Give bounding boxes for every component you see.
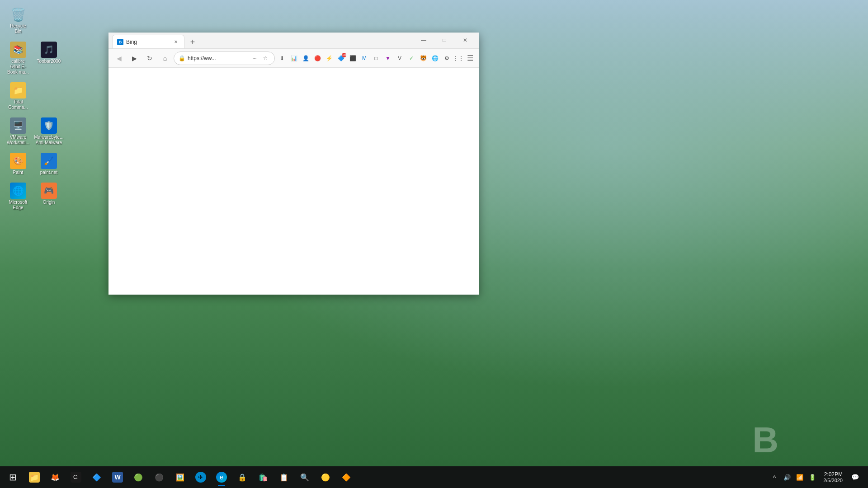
taskbar-app-search[interactable]: 🔍 bbox=[295, 467, 315, 487]
refresh-button[interactable]: ↻ bbox=[143, 52, 156, 65]
address-bar[interactable]: 🔒 https://ww... ··· ☆ bbox=[174, 52, 275, 65]
search-icon: 🔍 bbox=[299, 472, 310, 483]
ext14-icon[interactable]: ⋮⋮ bbox=[453, 53, 464, 64]
desktop-icon-row-2: 📚 calibre 64bit E-Book ma... 🎵 Toobar200… bbox=[5, 40, 62, 77]
ext13-icon[interactable]: ⚙ bbox=[441, 53, 452, 64]
ext7-icon[interactable]: □ bbox=[371, 53, 382, 64]
system-tray: ^ 🔊 📶 🔋 2:02PM 2/5/2020 💬 bbox=[769, 467, 865, 487]
start-button[interactable]: ⊞ bbox=[3, 467, 23, 487]
tray-battery-icon[interactable]: 🔋 bbox=[807, 472, 818, 483]
tray-wifi-icon[interactable]: 📶 bbox=[794, 472, 805, 483]
maximize-button[interactable]: □ bbox=[434, 32, 455, 48]
taskbar-app-file-explorer[interactable]: 📁 bbox=[24, 467, 44, 487]
taskbar-app-security[interactable]: 🔒 bbox=[232, 467, 252, 487]
ext11-icon[interactable]: 🐯 bbox=[418, 53, 429, 64]
desktop-icon-origin[interactable]: 🎮 Origin bbox=[35, 181, 62, 212]
desktop-icon-total-commander[interactable]: 📁 Total Comma... bbox=[5, 80, 32, 112]
cmd-icon: C: bbox=[71, 472, 81, 483]
taskbar-app-firefox[interactable]: 🦊 bbox=[45, 467, 65, 487]
desktop-icon-ms-edge[interactable]: 🌐 Microsoft Edge bbox=[5, 181, 32, 212]
ext10-icon[interactable]: ✓ bbox=[406, 53, 417, 64]
store-icon: 🛍️ bbox=[258, 472, 269, 483]
taskbar-app-telegram[interactable]: ✈ bbox=[191, 467, 211, 487]
desktop-icon-row-4: 🖥️ VMware Workstati... 🛡️ Malwarebyte...… bbox=[5, 116, 62, 147]
taskbar-app-8[interactable]: 📋 bbox=[274, 467, 294, 487]
bing-background-watermark: B bbox=[752, 419, 778, 461]
close-window-button[interactable]: ✕ bbox=[455, 32, 476, 48]
ext3-icon[interactable]: ⚡ bbox=[324, 53, 335, 64]
ssl-lock-icon: 🔒 bbox=[179, 55, 185, 61]
taskbar-app-5[interactable]: 🟢 bbox=[128, 467, 148, 487]
ext9-icon[interactable]: V bbox=[394, 53, 405, 64]
minimize-button[interactable]: — bbox=[413, 32, 434, 48]
word-icon: W bbox=[112, 472, 123, 483]
notification-center-button[interactable]: 💬 bbox=[848, 467, 862, 487]
tracking-prevention-icon[interactable]: ··· bbox=[250, 54, 259, 63]
ext12-icon[interactable]: 🌐 bbox=[429, 53, 440, 64]
tab-title: Bing bbox=[126, 39, 137, 45]
app4-icon: 🔷 bbox=[91, 472, 102, 483]
desktop-icons-area: 🗑️ Recycle Bin 📚 calibre 64bit E-Book ma… bbox=[5, 5, 62, 212]
desktop-icon-row-5: 🎨 Paint 🖌️ paint.net bbox=[5, 151, 62, 177]
taskbar-app-7[interactable]: 🖼️ bbox=[170, 467, 190, 487]
taskbar: ⊞ 📁 🦊 C: 🔷 W 🟢 ⚫ bbox=[0, 466, 868, 488]
file-explorer-icon: 📁 bbox=[29, 472, 40, 483]
taskbar-app-10[interactable]: 🔶 bbox=[336, 467, 356, 487]
address-icons: ··· ☆ bbox=[250, 54, 270, 63]
desktop: 🗑️ Recycle Bin 📚 calibre 64bit E-Book ma… bbox=[0, 0, 868, 488]
clock[interactable]: 2:02PM 2/5/2020 bbox=[820, 471, 846, 483]
browser-toolbar: ◀ ▶ ↻ ⌂ 🔒 https://ww... ··· ☆ ⬇ 📊 👤 🔴 ⚡ … bbox=[108, 49, 479, 68]
desktop-icon-recycle-bin[interactable]: 🗑️ Recycle Bin bbox=[5, 5, 32, 36]
ext8-icon[interactable]: ▼ bbox=[382, 53, 393, 64]
desktop-icon-paint[interactable]: 🎨 Paint bbox=[5, 151, 32, 177]
taskbar-app-4[interactable]: 🔷 bbox=[87, 467, 107, 487]
taskbar-app-word[interactable]: W bbox=[108, 467, 127, 487]
reading-mode-icon[interactable]: 📊 bbox=[288, 53, 299, 64]
app5-icon: 🟢 bbox=[133, 472, 144, 483]
address-text: https://ww... bbox=[188, 55, 216, 61]
desktop-icon-row-3: 📁 Total Comma... bbox=[5, 80, 62, 112]
browser-content: Images ··· Sign in 👤 5 ⭐ ☰ bbox=[108, 68, 479, 295]
desktop-icon-label: calibre 64bit E-Book ma... bbox=[6, 59, 30, 75]
ext4-icon[interactable]: 🔷 10 bbox=[335, 53, 346, 64]
taskbar-app-9[interactable]: 🟡 bbox=[316, 467, 335, 487]
tab-close-button[interactable]: ✕ bbox=[172, 38, 179, 46]
desktop-icon-label: Toobar2000 bbox=[37, 59, 61, 64]
app7-icon: 🖼️ bbox=[175, 472, 185, 483]
taskbar-app-edge[interactable]: e bbox=[212, 467, 231, 487]
menu-button[interactable]: ☰ bbox=[465, 53, 476, 64]
security-icon: 🔒 bbox=[237, 472, 248, 483]
ext1-icon[interactable]: 👤 bbox=[300, 53, 311, 64]
clock-date: 2/5/2020 bbox=[823, 478, 843, 483]
desktop-icon-malwarebytes[interactable]: 🛡️ Malwarebyte... Anti-Malware bbox=[35, 116, 62, 147]
clock-time: 2:02PM bbox=[824, 471, 843, 478]
tray-chevron[interactable]: ^ bbox=[769, 472, 780, 483]
window-controls: — □ ✕ bbox=[413, 32, 476, 48]
ext2-icon[interactable]: 🔴 bbox=[312, 53, 323, 64]
desktop-icon-calibre[interactable]: 📚 calibre 64bit E-Book ma... bbox=[5, 40, 32, 77]
forward-button[interactable]: ▶ bbox=[127, 52, 141, 65]
desktop-icon-toobar[interactable]: 🎵 Toobar2000 bbox=[35, 40, 62, 77]
desktop-icon-label: VMware Workstati... bbox=[6, 135, 30, 145]
desktop-icon-label: Total Comma... bbox=[6, 99, 30, 110]
browser-tab-active[interactable]: B Bing ✕ bbox=[112, 35, 184, 48]
ext5-icon[interactable]: ⬛ bbox=[347, 53, 358, 64]
taskbar-app-store[interactable]: 🛍️ bbox=[253, 467, 273, 487]
app10-icon: 🔶 bbox=[341, 472, 352, 483]
app9-icon: 🟡 bbox=[320, 472, 331, 483]
desktop-icon-vmware[interactable]: 🖥️ VMware Workstati... bbox=[5, 116, 32, 147]
back-button[interactable]: ◀ bbox=[112, 52, 126, 65]
tray-icon-1[interactable]: 🔊 bbox=[782, 472, 793, 483]
ext6-icon[interactable]: M bbox=[359, 53, 370, 64]
desktop-icon-label: paint.net bbox=[40, 170, 57, 175]
desktop-icon-row-1: 🗑️ Recycle Bin bbox=[5, 5, 62, 36]
taskbar-app-6[interactable]: ⚫ bbox=[149, 467, 169, 487]
taskbar-app-cmd[interactable]: C: bbox=[66, 467, 86, 487]
home-button[interactable]: ⌂ bbox=[158, 52, 172, 65]
new-tab-button[interactable]: + bbox=[186, 36, 199, 48]
desktop-icon-paintnet[interactable]: 🖌️ paint.net bbox=[35, 151, 62, 177]
download-icon[interactable]: ⬇ bbox=[277, 53, 288, 64]
browser-window: B Bing ✕ + — □ ✕ ◀ ▶ ↻ ⌂ 🔒 https://ww... bbox=[108, 33, 479, 295]
favorites-icon[interactable]: ☆ bbox=[261, 54, 270, 63]
edge-icon: e bbox=[216, 472, 227, 483]
